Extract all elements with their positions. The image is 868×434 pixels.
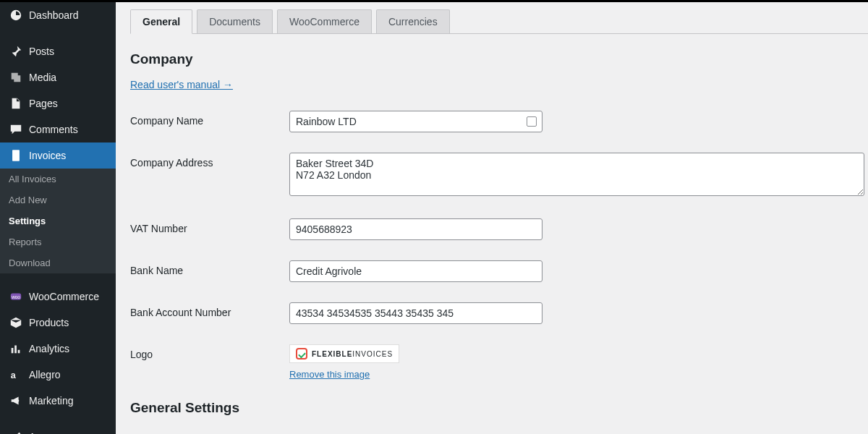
logo-preview: FLEXIBLEINVOICES	[289, 344, 399, 363]
general-settings-heading: General Settings	[130, 400, 868, 416]
tab-general[interactable]: General	[130, 9, 192, 34]
bank-name-input[interactable]	[289, 260, 542, 282]
company-name-label: Company Name	[130, 111, 289, 127]
logo-label: Logo	[130, 344, 289, 360]
tab-currencies[interactable]: Currencies	[376, 9, 450, 33]
submenu-invoices: All Invoices Add New Settings Reports Do…	[0, 169, 116, 273]
submenu-item-settings[interactable]: Settings	[0, 210, 116, 231]
logo-brand-text: FLEXIBLEINVOICES	[312, 350, 393, 358]
sidebar-item-label: Comments	[29, 124, 78, 135]
allegro-icon: a	[9, 367, 23, 382]
sidebar-item-label: Appearance	[29, 431, 84, 434]
logo-mark-icon	[296, 348, 307, 359]
sidebar-item-posts[interactable]: Posts	[0, 38, 116, 64]
main-content: General Documents WooCommerce Currencies…	[116, 2, 868, 434]
sidebar-item-label: Dashboard	[29, 9, 79, 21]
sidebar-item-marketing[interactable]: Marketing	[0, 388, 116, 414]
bank-name-label: Bank Name	[130, 260, 289, 276]
megaphone-icon	[9, 393, 23, 408]
svg-text:woo: woo	[11, 294, 20, 299]
company-address-input[interactable]	[289, 153, 864, 196]
remove-image-link[interactable]: Remove this image	[289, 369, 370, 380]
bank-account-input[interactable]	[289, 302, 542, 324]
sidebar-item-label: Products	[29, 317, 69, 328]
settings-tabs: General Documents WooCommerce Currencies	[130, 9, 868, 34]
vat-number-input[interactable]	[289, 218, 542, 240]
sidebar-item-invoices[interactable]: Invoices	[0, 142, 116, 169]
autofill-icon	[527, 116, 537, 127]
sidebar-item-dashboard[interactable]: Dashboard	[0, 2, 116, 28]
box-icon	[9, 315, 23, 330]
submenu-item-download[interactable]: Download	[0, 252, 116, 273]
company-address-label: Company Address	[130, 153, 289, 169]
pin-icon	[9, 44, 23, 59]
submenu-item-all-invoices[interactable]: All Invoices	[0, 169, 116, 190]
svg-text:a: a	[11, 370, 17, 380]
sidebar-item-label: Invoices	[29, 150, 66, 161]
sidebar-item-label: Media	[29, 72, 56, 83]
sidebar-item-label: Analytics	[29, 343, 69, 354]
document-icon	[9, 148, 23, 163]
vat-number-label: VAT Number	[130, 218, 289, 234]
read-manual-link[interactable]: Read user's manual →	[130, 79, 233, 90]
comment-icon	[9, 122, 23, 137]
sidebar-item-products[interactable]: Products	[0, 310, 116, 336]
sidebar-item-media[interactable]: Media	[0, 64, 116, 90]
admin-sidebar: Dashboard Posts Media Pages Comments Inv…	[0, 2, 116, 434]
sidebar-item-label: WooCommerce	[29, 291, 99, 302]
sidebar-item-comments[interactable]: Comments	[0, 116, 116, 142]
sidebar-item-analytics[interactable]: Analytics	[0, 336, 116, 362]
sidebar-item-pages[interactable]: Pages	[0, 90, 116, 116]
sidebar-item-woocommerce[interactable]: woo WooCommerce	[0, 284, 116, 310]
page-icon	[9, 96, 23, 111]
sidebar-item-appearance[interactable]: Appearance	[0, 424, 116, 434]
sidebar-item-label: Marketing	[29, 395, 73, 407]
tab-documents[interactable]: Documents	[197, 9, 273, 33]
company-name-input[interactable]	[289, 111, 542, 132]
company-heading: Company	[130, 51, 868, 67]
submenu-item-add-new[interactable]: Add New	[0, 190, 116, 210]
media-icon	[9, 70, 23, 85]
brush-icon	[9, 430, 23, 434]
sidebar-item-label: Allegro	[29, 369, 61, 380]
woocommerce-icon: woo	[9, 289, 23, 304]
sidebar-item-label: Posts	[29, 46, 54, 57]
chart-icon	[9, 341, 23, 356]
sidebar-item-label: Pages	[29, 98, 58, 109]
dashboard-icon	[9, 8, 23, 22]
submenu-item-reports[interactable]: Reports	[0, 231, 116, 252]
sidebar-item-allegro[interactable]: a Allegro	[0, 362, 116, 388]
tab-woocommerce[interactable]: WooCommerce	[277, 9, 372, 33]
bank-account-label: Bank Account Number	[130, 302, 289, 318]
